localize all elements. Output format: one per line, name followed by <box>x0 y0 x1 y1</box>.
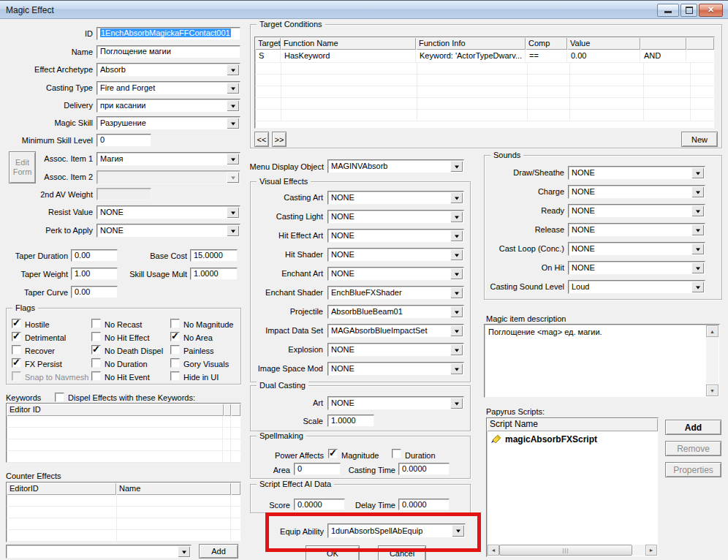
chevron-down-icon[interactable] <box>691 281 704 292</box>
skill-usage-mult-field[interactable]: 1.0000 <box>190 268 238 280</box>
scroll-up-icon[interactable]: ▲ <box>706 325 718 337</box>
cast-loop-select[interactable]: NONE <box>568 242 705 256</box>
charge-select[interactable]: NONE <box>568 185 705 199</box>
conditions-table[interactable]: Target Function Name Function Info Comp … <box>254 37 715 129</box>
papyrus-add-button[interactable]: Add <box>665 420 721 435</box>
chevron-down-icon[interactable] <box>450 344 463 355</box>
chevron-down-icon[interactable] <box>450 363 463 374</box>
release-select[interactable]: NONE <box>568 223 705 237</box>
chevron-down-icon[interactable] <box>691 262 704 273</box>
on-hit-select[interactable]: NONE <box>568 261 705 275</box>
editor-id-column-header[interactable]: Editor ID <box>7 404 224 416</box>
projectile-select[interactable]: AbsorbBlueBeam01 <box>327 305 464 319</box>
condition-row[interactable]: S HasKeyword Keyword: 'ActorTypeDwarv...… <box>255 50 714 63</box>
extra-column-header[interactable] <box>686 37 714 50</box>
chevron-down-icon[interactable] <box>450 230 463 241</box>
script-name-column-header[interactable]: Script Name <box>487 418 658 431</box>
hostile-checkbox[interactable] <box>12 319 21 328</box>
script-list-hscrollbar[interactable]: ◄ ► ||| <box>488 545 657 556</box>
chevron-down-icon[interactable] <box>450 306 463 317</box>
scroll-right-icon[interactable]: ► <box>645 545 657 556</box>
hscroll-thumb[interactable]: ||| <box>499 545 632 556</box>
chevron-down-icon[interactable] <box>691 205 704 216</box>
name-field[interactable]: Поглощение магии <box>96 45 240 58</box>
menu-display-object-select[interactable]: MAGINVAbsorb <box>327 159 464 173</box>
chevron-down-icon[interactable] <box>450 287 463 298</box>
perk-to-apply-select[interactable]: NONE <box>96 224 240 238</box>
no-duration-checkbox[interactable] <box>91 358 101 368</box>
chevron-down-icon[interactable] <box>227 207 239 218</box>
no-hit-event-checkbox[interactable] <box>91 371 101 381</box>
chevron-down-icon[interactable] <box>691 243 704 254</box>
chevron-down-icon[interactable] <box>691 186 704 197</box>
ready-select[interactable]: NONE <box>568 204 705 218</box>
casting-sound-level-select[interactable]: Loud <box>568 280 705 294</box>
no-area-checkbox[interactable] <box>170 332 180 341</box>
chevron-down-icon[interactable] <box>450 192 463 203</box>
no-recast-checkbox[interactable] <box>91 319 101 328</box>
chevron-down-icon[interactable] <box>450 325 463 336</box>
recover-checkbox[interactable] <box>12 345 21 355</box>
enchant-art-select[interactable]: NONE <box>327 267 464 281</box>
counter-add-button[interactable]: Add <box>199 544 238 559</box>
no-death-dispel-checkbox[interactable] <box>91 345 101 355</box>
draw-sheathe-select[interactable]: NONE <box>568 166 705 180</box>
chevron-down-icon[interactable] <box>227 154 239 164</box>
casting-type-select[interactable]: Fire and Forget <box>96 81 240 95</box>
dual-art-select[interactable]: NONE <box>327 396 464 410</box>
base-cost-field[interactable]: 15.0000 <box>190 249 238 262</box>
assoc-item-1-select[interactable]: Магия <box>96 152 240 166</box>
chevron-down-icon[interactable] <box>450 398 463 409</box>
conditions-new-button[interactable]: New <box>681 132 718 147</box>
chevron-down-icon[interactable] <box>691 167 704 178</box>
magnitude-checkbox[interactable] <box>328 449 338 458</box>
editorid-column-header[interactable]: EditorID <box>7 483 116 495</box>
close-button[interactable]: ✕ <box>699 4 723 17</box>
chevron-down-icon[interactable] <box>227 83 239 94</box>
conditions-next-button[interactable]: >> <box>272 132 287 147</box>
area-field[interactable]: 0 <box>294 463 341 475</box>
id-field[interactable]: 1EnchAbsorbMagickaFFContact001 <box>96 27 240 40</box>
explosion-select[interactable]: NONE <box>327 343 464 357</box>
chevron-down-icon[interactable] <box>227 64 239 75</box>
chevron-down-icon[interactable] <box>227 225 239 236</box>
conditions-prev-button[interactable]: << <box>254 132 269 147</box>
keywords-list[interactable]: Editor ID <box>6 403 241 463</box>
papyrus-remove-button[interactable]: Remove <box>665 441 721 456</box>
counter-effects-list[interactable]: EditorID Name <box>6 482 241 542</box>
hide-in-ui-checkbox[interactable] <box>170 371 180 381</box>
op-column-header[interactable] <box>640 37 686 50</box>
casting-art-select[interactable]: NONE <box>327 191 464 205</box>
no-magnitude-checkbox[interactable] <box>170 319 180 328</box>
hit-shader-select[interactable]: NONE <box>327 248 464 262</box>
chevron-down-icon[interactable] <box>450 249 463 260</box>
delivery-select[interactable]: при касании <box>96 99 240 113</box>
painless-checkbox[interactable] <box>170 345 180 355</box>
detrimental-checkbox[interactable] <box>12 332 21 341</box>
magic-item-description-box[interactable]: Поглощение <mag> ед. магии. ▲ ▼ <box>484 324 720 398</box>
chevron-down-icon[interactable] <box>227 118 239 129</box>
effect-archetype-select[interactable]: Absorb <box>96 63 240 77</box>
maximize-button[interactable] <box>680 4 697 17</box>
duration-checkbox[interactable] <box>392 449 401 458</box>
cancel-button[interactable]: Cancel <box>378 545 426 560</box>
image-space-mod-select[interactable]: NONE <box>327 362 464 376</box>
name-column-header[interactable]: Name <box>116 483 231 495</box>
hit-effect-art-select[interactable]: NONE <box>327 229 464 243</box>
papyrus-properties-button[interactable]: Properties <box>665 462 721 477</box>
magic-skill-select[interactable]: Разрушение <box>96 116 240 130</box>
value-column-header[interactable]: Value <box>567 37 640 50</box>
no-hit-effect-checkbox[interactable] <box>91 332 101 341</box>
chevron-down-icon[interactable] <box>450 161 463 172</box>
chevron-down-icon[interactable] <box>452 525 464 537</box>
fx-persist-checkbox[interactable] <box>12 358 21 368</box>
description-scrollbar[interactable]: ▲ ▼ <box>706 325 718 396</box>
function-name-column-header[interactable]: Function Name <box>281 37 416 50</box>
delay-time-field[interactable]: 0.0000 <box>398 499 450 510</box>
ok-button[interactable]: OK <box>306 545 360 560</box>
resist-value-select[interactable]: NONE <box>96 205 240 219</box>
chevron-down-icon[interactable] <box>227 100 239 111</box>
minimum-skill-level-field[interactable]: 0 <box>96 134 151 147</box>
dual-scale-field[interactable]: 1.0000 <box>327 415 374 427</box>
chevron-down-icon[interactable] <box>450 268 463 279</box>
